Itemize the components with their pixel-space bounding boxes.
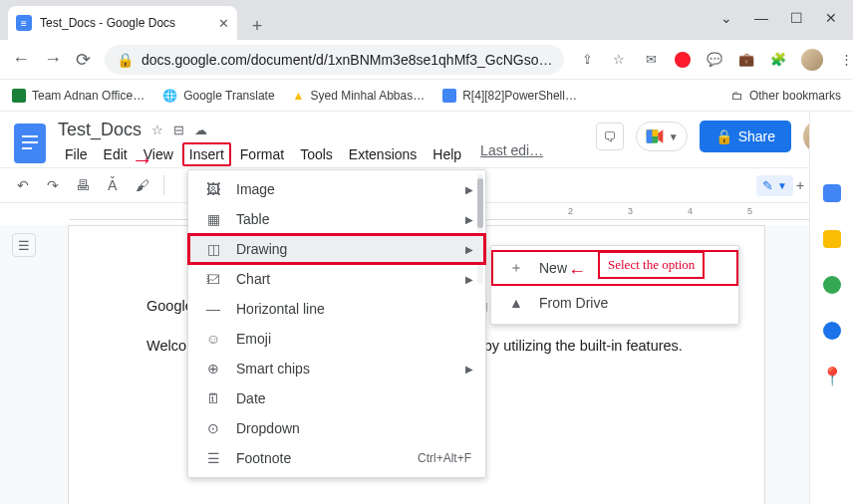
bookmark-item[interactable]: Team Adnan Office… — [12, 89, 144, 103]
insert-date-item[interactable]: 🗓Date — [188, 383, 485, 413]
docs-logo[interactable] — [12, 120, 48, 167]
profile-avatar[interactable] — [801, 49, 823, 71]
share-url-icon[interactable]: ⇪ — [578, 51, 596, 69]
submenu-arrow-icon: ▶ — [465, 244, 473, 255]
svg-marker-7 — [658, 129, 663, 142]
paint-format-button[interactable]: 🖌 — [130, 172, 155, 198]
drive-icon: ▲ — [507, 295, 525, 311]
share-button[interactable]: 🔒 Share — [700, 121, 791, 152]
other-bookmarks-label: Other bookmarks — [749, 89, 841, 103]
print-button[interactable]: 🖶 — [70, 172, 96, 198]
undo-button[interactable]: ↶ — [10, 172, 36, 198]
emoji-icon: ☺ — [204, 331, 222, 347]
maps-app-icon[interactable]: 📍 — [820, 365, 844, 388]
last-edit-link[interactable]: Last edi… — [480, 142, 543, 166]
side-panel: 📍 — [809, 112, 853, 504]
spellcheck-button[interactable]: Ǎ — [100, 172, 126, 198]
chat-extension-icon[interactable]: 💬 — [706, 51, 723, 69]
share-label: Share — [738, 128, 775, 144]
bookmark-item[interactable]: 🌐Google Translate — [162, 89, 274, 103]
lock-icon: 🔒 — [117, 52, 134, 68]
bookmarks-bar: Team Adnan Office… 🌐Google Translate ▲Sy… — [0, 80, 853, 112]
window-close-icon[interactable]: ✕ — [825, 10, 837, 26]
keep-app-icon[interactable] — [820, 227, 844, 251]
contacts-app-icon[interactable] — [820, 319, 844, 343]
insert-drawing-item[interactable]: ◫Drawing▶ — [188, 234, 485, 264]
mail-icon[interactable]: ✉ — [642, 51, 660, 69]
forward-button[interactable]: → — [44, 49, 62, 70]
date-icon: 🗓 — [204, 390, 222, 406]
redo-button[interactable]: ↷ — [40, 172, 66, 198]
annotation-label: Select the option — [598, 251, 705, 279]
insert-dropdown-item[interactable]: ⊙Dropdown — [188, 413, 485, 443]
table-icon: ▦ — [204, 211, 222, 227]
insert-emoji-item[interactable]: ☺Emoji — [188, 324, 485, 354]
window-minimize-icon[interactable]: — — [754, 10, 768, 26]
bookmark-label: Syed Minhal Abbas… — [310, 89, 425, 103]
puzzle-extensions-icon[interactable]: 🧩 — [769, 51, 787, 69]
chevron-down-icon: ▼ — [777, 180, 787, 191]
docs-favicon: ≡ — [16, 15, 32, 31]
annotation-arrow-icon: → — [132, 147, 153, 173]
other-bookmarks[interactable]: 🗀Other bookmarks — [731, 89, 841, 103]
window-dropdown-icon[interactable]: ⌄ — [720, 10, 732, 26]
browser-tab[interactable]: ≡ Test_Docs - Google Docs ✕ — [8, 6, 237, 40]
chevron-down-icon: ▼ — [669, 131, 679, 142]
kebab-menu-icon[interactable]: ⋮ — [837, 51, 853, 69]
new-tab-button[interactable]: + — [243, 12, 271, 40]
insert-chart-item[interactable]: 🗠Chart▶ — [188, 264, 485, 294]
bookmark-item[interactable]: ▲Syed Minhal Abbas… — [293, 89, 426, 103]
reload-button[interactable]: ⟳ — [76, 49, 91, 71]
pencil-icon: ✎ — [762, 178, 773, 193]
bookmark-label: R[4][82]PowerShell… — [462, 89, 577, 103]
menu-file[interactable]: File — [58, 142, 95, 166]
tasks-app-icon[interactable] — [820, 273, 844, 297]
bookmark-label: Team Adnan Office… — [32, 89, 144, 103]
annotation-arrow-icon: ← — [568, 261, 586, 282]
menu-insert[interactable]: Insert — [182, 142, 231, 166]
dropdown-icon: ⊙ — [204, 420, 222, 436]
url-text: docs.google.com/document/d/1xnBNMm3e8se1… — [142, 52, 552, 68]
calendar-app-icon[interactable] — [820, 181, 844, 205]
svg-rect-2 — [22, 141, 38, 143]
insert-footnote-item[interactable]: ☰FootnoteCtrl+Alt+F — [188, 443, 485, 473]
opera-extension-icon[interactable] — [674, 51, 692, 69]
submenu-arrow-icon: ▶ — [465, 274, 473, 285]
editing-mode-button[interactable]: ✎ ▼ — [756, 175, 793, 196]
comments-icon[interactable]: 🗨 — [596, 123, 624, 150]
doc-title[interactable]: Test_Docs — [58, 120, 142, 140]
drawing-icon: ◫ — [204, 241, 222, 257]
svg-rect-1 — [22, 135, 38, 137]
image-icon: 🖼 — [204, 181, 222, 197]
insert-table-item[interactable]: ▦Table▶ — [188, 204, 485, 234]
insert-image-item[interactable]: 🖼Image▶ — [188, 174, 485, 204]
bookmark-item[interactable]: R[4][82]PowerShell… — [442, 89, 577, 103]
menu-tools[interactable]: Tools — [293, 142, 340, 166]
address-bar[interactable]: 🔒 docs.google.com/document/d/1xnBNMm3e8s… — [105, 45, 564, 75]
back-button[interactable]: ← — [12, 49, 30, 70]
window-controls: ⌄ — ☐ ✕ — [720, 10, 837, 26]
menu-edit[interactable]: Edit — [97, 142, 135, 166]
star-doc-icon[interactable]: ☆ — [151, 123, 163, 137]
insert-horizontal-line-item[interactable]: —Horizontal line — [188, 294, 485, 324]
bookmark-label: Google Translate — [183, 89, 274, 103]
lock-icon: 🔒 — [715, 128, 732, 144]
svg-rect-6 — [646, 129, 652, 142]
menu-format[interactable]: Format — [233, 142, 291, 166]
hline-icon: — — [204, 301, 222, 317]
submenu-arrow-icon: ▶ — [465, 184, 473, 195]
menu-help[interactable]: Help — [426, 142, 468, 166]
meet-button[interactable]: ▼ — [636, 122, 688, 151]
star-icon[interactable]: ☆ — [610, 51, 628, 69]
menu-extensions[interactable]: Extensions — [342, 142, 424, 166]
footnote-icon: ☰ — [204, 450, 222, 466]
briefcase-extension-icon[interactable]: 💼 — [737, 51, 755, 69]
cloud-status-icon: ☁ — [194, 123, 207, 137]
outline-toggle-button[interactable]: ☰ — [12, 233, 36, 257]
window-maximize-icon[interactable]: ☐ — [790, 10, 803, 26]
insert-smart-chips-item[interactable]: ⊕Smart chips▶ — [188, 354, 485, 383]
move-doc-icon[interactable]: ⊟ — [173, 123, 184, 137]
drawing-from-drive-item[interactable]: ▲From Drive — [491, 286, 738, 320]
submenu-arrow-icon: ▶ — [465, 214, 473, 225]
close-tab-icon[interactable]: ✕ — [218, 16, 229, 31]
